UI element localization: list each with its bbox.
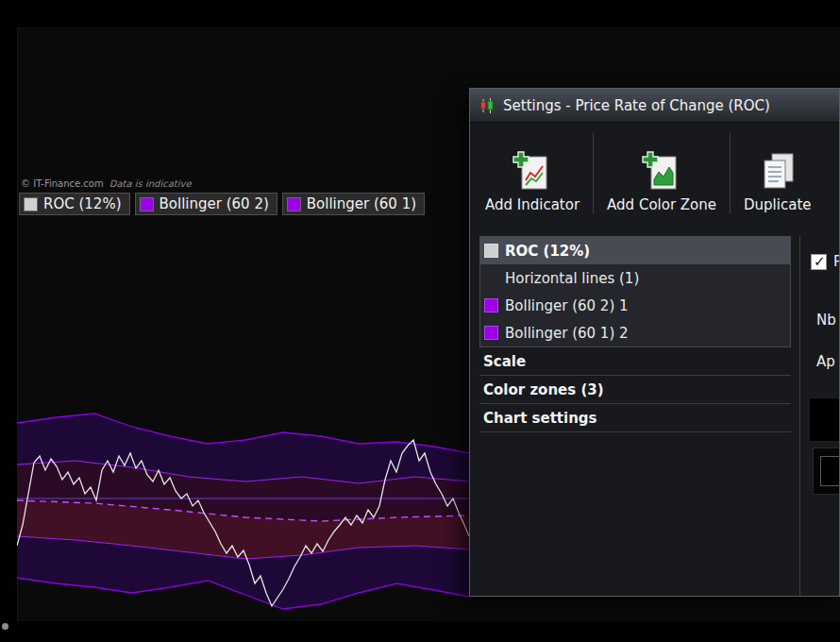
watermark-note: Data is indicative	[109, 178, 192, 189]
list-item-label: Bollinger (60 2) 1	[505, 297, 629, 314]
bottom-bar	[0, 621, 840, 642]
ap-field-label: Ap	[816, 353, 835, 370]
duplicate-label: Duplicate	[744, 196, 811, 213]
list-item-label: ROC (12%)	[505, 243, 590, 260]
nb-field-label: Nb	[816, 312, 836, 329]
legend-bollinger-60-2[interactable]: Bollinger (60 2)	[135, 193, 277, 215]
swatch-spacer	[484, 271, 498, 285]
list-item-bollinger-60-1[interactable]: Bollinger (60 1) 2	[480, 319, 790, 346]
status-dot	[2, 623, 8, 630]
bollinger-color-swatch	[484, 326, 498, 340]
list-item-roc[interactable]: ROC (12%)	[480, 237, 790, 264]
roc-color-swatch	[24, 197, 38, 211]
roc-indicator-chart[interactable]	[17, 404, 469, 623]
property-checkbox-row: P	[811, 253, 840, 270]
section-scale[interactable]: Scale	[479, 347, 791, 376]
top-bar	[0, 0, 840, 28]
add-indicator-label: Add Indicator	[485, 196, 580, 213]
bollinger-color-swatch	[484, 298, 498, 313]
add-indicator-button[interactable]: Add Indicator	[474, 127, 591, 219]
legend-bollinger-60-1[interactable]: Bollinger (60 1)	[282, 193, 425, 215]
list-item-horizontal-lines[interactable]: Horizontal lines (1)	[480, 264, 790, 292]
settings-dialog: Settings - Price Rate of Change (ROC) Ad…	[469, 88, 840, 597]
legend-roc[interactable]: ROC (12%)	[19, 193, 130, 215]
duplicate-icon	[756, 150, 799, 194]
legend-bollinger-60-1-label: Bollinger (60 1)	[307, 195, 416, 212]
add-color-zone-icon	[640, 150, 683, 194]
add-color-zone-label: Add Color Zone	[607, 196, 716, 213]
indicator-list-panel: ROC (12%) Horizontal lines (1) Bollinger…	[479, 236, 791, 432]
dialog-title: Settings - Price Rate of Change (ROC)	[503, 97, 770, 114]
add-indicator-icon	[511, 150, 554, 194]
indicator-items: ROC (12%) Horizontal lines (1) Bollinger…	[479, 236, 791, 347]
indicator-legend: ROC (12%) Bollinger (60 2) Bollinger (60…	[19, 193, 425, 215]
properties-panel: P Nb Ap	[799, 236, 839, 596]
left-strip	[0, 0, 17, 642]
watermark-brand: © IT-Finance.com	[21, 178, 104, 189]
dialog-title-bar[interactable]: Settings - Price Rate of Change (ROC)	[470, 89, 839, 123]
roc-color-swatch	[484, 244, 498, 258]
color-picker-well[interactable]	[813, 448, 840, 495]
section-color-zones[interactable]: Color zones (3)	[479, 376, 791, 404]
legend-bollinger-60-2-label: Bollinger (60 2)	[160, 195, 269, 212]
candlestick-icon	[479, 98, 496, 113]
toolbar-divider	[593, 132, 594, 213]
bollinger-color-swatch	[287, 197, 301, 211]
list-item-label: Horizontal lines (1)	[505, 270, 639, 287]
checkbox-label: P	[833, 253, 840, 270]
bollinger-color-swatch	[140, 197, 154, 211]
duplicate-button[interactable]: Duplicate	[732, 127, 822, 219]
section-chart-settings[interactable]: Chart settings	[479, 404, 791, 432]
color-swatch-black	[820, 456, 840, 486]
toolbar-divider	[730, 132, 731, 213]
list-item-label: Bollinger (60 1) 2	[505, 325, 629, 342]
list-item-bollinger-60-2[interactable]: Bollinger (60 2) 1	[480, 292, 790, 319]
watermark: © IT-Finance.comData is indicative	[21, 178, 192, 189]
add-color-zone-button[interactable]: Add Color Zone	[596, 127, 728, 219]
color-dropdown[interactable]	[809, 397, 840, 442]
checked-checkbox[interactable]	[811, 254, 827, 270]
dialog-toolbar: Add Indicator Add Color Zone Duplicate	[470, 123, 839, 221]
legend-roc-label: ROC (12%)	[43, 195, 122, 212]
